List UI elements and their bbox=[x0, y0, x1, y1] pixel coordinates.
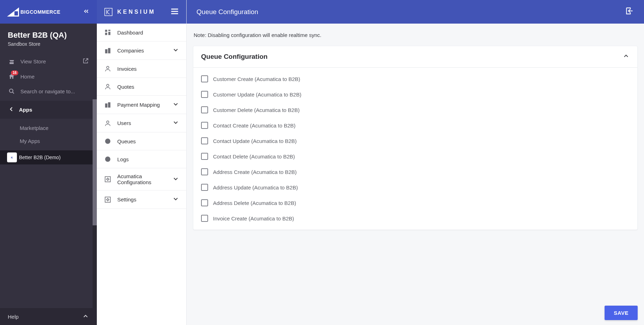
nav-payment-mapping[interactable]: Payment Mapping bbox=[97, 96, 186, 114]
apps-sublist: Marketplace My Apps bbox=[0, 119, 97, 150]
queue-option-label: Invoice Create (Acumatica to B2B) bbox=[213, 215, 294, 221]
svg-point-10 bbox=[107, 84, 109, 87]
nav-dashboard[interactable]: Dashboard bbox=[97, 24, 186, 42]
queue-option-checkbox[interactable] bbox=[201, 184, 208, 191]
bigcommerce-logo-icon bbox=[7, 7, 19, 17]
nav-active-app-label: Better B2B (Demo) bbox=[19, 155, 61, 160]
svg-rect-8 bbox=[105, 33, 107, 35]
chevron-down-icon bbox=[172, 195, 179, 204]
svg-point-0 bbox=[10, 89, 13, 93]
external-link-icon bbox=[82, 57, 89, 65]
queue-option-checkbox[interactable] bbox=[201, 168, 208, 175]
payment-icon bbox=[104, 101, 112, 109]
save-bar: SAVE bbox=[605, 306, 638, 320]
queue-option-row: Address Delete (Acumatica to B2B) bbox=[193, 195, 637, 211]
settings-icon bbox=[104, 196, 112, 204]
queue-config-panel-header[interactable]: Queue Configuration bbox=[193, 46, 637, 68]
queue-option-label: Customer Create (Acumatica to B2B) bbox=[213, 76, 300, 82]
queue-config-option-list: Customer Create (Acumatica to B2B)Custom… bbox=[193, 68, 637, 230]
svg-rect-16 bbox=[105, 197, 111, 202]
main-content: Queue Configuration Note: Disabling conf… bbox=[187, 0, 644, 325]
nav-settings-label: Settings bbox=[117, 196, 167, 202]
nav-view-store-label: View Store bbox=[20, 58, 77, 64]
svg-rect-4 bbox=[171, 13, 178, 14]
nav-view-store[interactable]: View Store bbox=[0, 54, 97, 69]
nav-apps-label: Apps bbox=[19, 107, 32, 113]
kensium-logo-icon bbox=[104, 7, 113, 17]
logs-icon bbox=[104, 155, 112, 163]
hamburger-icon bbox=[170, 7, 179, 16]
svg-rect-5 bbox=[105, 30, 107, 32]
note-text: Note: Disabling configuration will enabl… bbox=[193, 32, 638, 38]
chevron-double-left-icon bbox=[83, 8, 90, 15]
nav-search[interactable]: Search or navigate to... bbox=[0, 84, 97, 99]
queue-option-row: Customer Create (Acumatica to B2B) bbox=[193, 71, 637, 87]
nav-acumatica-configs-label: Acumatica Configurations bbox=[117, 173, 167, 185]
queue-option-row: Contact Delete (Acumatica to B2B) bbox=[193, 149, 637, 164]
queue-option-label: Customer Update (Acumatica to B2B) bbox=[213, 92, 301, 98]
queue-option-checkbox[interactable] bbox=[201, 75, 208, 82]
nav-help-label: Help bbox=[8, 314, 19, 320]
queue-option-row: Address Update (Acumatica to B2B) bbox=[193, 180, 637, 195]
kensium-menu-button[interactable] bbox=[170, 7, 179, 17]
bigcommerce-brand-row: BIGCOMMERCE bbox=[0, 0, 97, 24]
store-info-block: Better B2B (QA) Sandbox Store bbox=[0, 24, 97, 52]
companies-icon bbox=[104, 47, 112, 55]
chevron-up-icon bbox=[82, 313, 89, 321]
chevron-down-icon bbox=[172, 101, 179, 109]
bigcommerce-sidebar: BIGCOMMERCE Better B2B (QA) Sandbox Stor… bbox=[0, 0, 97, 325]
nav-acumatica-configs[interactable]: Acumatica Configurations bbox=[97, 168, 186, 190]
nav-queues[interactable]: Queues bbox=[97, 132, 186, 150]
svg-point-11 bbox=[107, 121, 109, 123]
nav-companies[interactable]: Companies bbox=[97, 42, 186, 60]
save-button[interactable]: SAVE bbox=[605, 306, 638, 320]
home-icon: 16 bbox=[8, 73, 15, 80]
exit-to-app-button[interactable] bbox=[625, 6, 634, 17]
svg-rect-7 bbox=[108, 32, 111, 35]
queue-option-checkbox[interactable] bbox=[201, 122, 208, 129]
chevron-down-icon bbox=[172, 119, 179, 127]
nav-payment-mapping-label: Payment Mapping bbox=[117, 102, 167, 108]
users-icon bbox=[104, 119, 112, 127]
sidebar-scrollbar[interactable] bbox=[93, 99, 97, 308]
nav-logs[interactable]: Logs bbox=[97, 150, 186, 168]
chevron-down-icon bbox=[172, 46, 179, 55]
nav-help[interactable]: Help bbox=[0, 308, 97, 325]
nav-users[interactable]: Users bbox=[97, 114, 186, 132]
sidebar-scrollbar-thumb[interactable] bbox=[93, 99, 97, 225]
nav-search-placeholder: Search or navigate to... bbox=[20, 88, 89, 94]
queue-option-checkbox[interactable] bbox=[201, 215, 208, 222]
collapse-sidebar-button[interactable] bbox=[83, 8, 90, 16]
kensium-sidebar: KENSIUM Dashboard Companies Invoices Quo… bbox=[97, 0, 187, 325]
queue-option-checkbox[interactable] bbox=[201, 137, 208, 144]
queue-option-label: Address Update (Acumatica to B2B) bbox=[213, 185, 298, 190]
svg-rect-2 bbox=[171, 8, 178, 10]
nav-logs-label: Logs bbox=[117, 156, 179, 162]
nav-my-apps[interactable]: My Apps bbox=[0, 135, 97, 148]
nav-companies-label: Companies bbox=[117, 48, 167, 54]
nav-invoices[interactable]: Invoices bbox=[97, 60, 186, 78]
nav-marketplace[interactable]: Marketplace bbox=[0, 121, 97, 135]
queues-icon bbox=[104, 137, 112, 145]
nav-users-label: Users bbox=[117, 120, 167, 126]
queue-option-checkbox[interactable] bbox=[201, 106, 208, 113]
queue-option-checkbox[interactable] bbox=[201, 153, 208, 160]
svg-rect-3 bbox=[171, 11, 178, 12]
bigcommerce-logo-text: BIGCOMMERCE bbox=[20, 9, 61, 15]
kensium-logo-text: KENSIUM bbox=[117, 9, 156, 15]
queue-option-checkbox[interactable] bbox=[201, 91, 208, 98]
queue-option-label: Customer Delete (Acumatica to B2B) bbox=[213, 107, 300, 113]
queue-option-row: Customer Update (Acumatica to B2B) bbox=[193, 87, 637, 102]
nav-quotes[interactable]: Quotes bbox=[97, 78, 186, 96]
queue-option-label: Address Delete (Acumatica to B2B) bbox=[213, 200, 296, 206]
page-header: Queue Configuration bbox=[187, 0, 644, 24]
nav-active-app[interactable]: K Better B2B (Demo) bbox=[0, 150, 97, 164]
queue-option-row: Contact Create (Acumatica to B2B) bbox=[193, 118, 637, 133]
store-name: Better B2B (QA) bbox=[8, 31, 89, 40]
nav-home[interactable]: 16 Home bbox=[0, 69, 97, 84]
kensium-logo: KENSIUM bbox=[104, 7, 156, 17]
page-title: Queue Configuration bbox=[196, 8, 258, 16]
nav-apps-header[interactable]: Apps bbox=[0, 101, 97, 119]
queue-option-checkbox[interactable] bbox=[201, 199, 208, 206]
nav-settings[interactable]: Settings bbox=[97, 190, 186, 209]
